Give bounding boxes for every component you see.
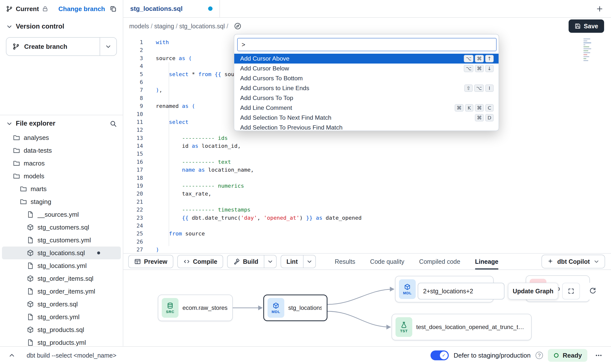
preview-button[interactable]: Preview bbox=[128, 255, 173, 268]
command-label: Add Cursor Above bbox=[240, 55, 464, 62]
git-branch-icon bbox=[6, 5, 13, 12]
create-branch-button[interactable]: Create branch bbox=[6, 38, 100, 55]
more-options-button[interactable] bbox=[592, 349, 605, 362]
panel-tab-lineage[interactable]: Lineage bbox=[475, 254, 498, 269]
file-tree-item[interactable]: __sources.yml bbox=[2, 208, 121, 221]
code-line[interactable]: 19 ---------- numerics bbox=[123, 182, 611, 190]
node-badge: SRC bbox=[166, 310, 174, 314]
file-tree-item[interactable]: stg_products.sql bbox=[2, 323, 121, 336]
line-number: 17 bbox=[123, 166, 151, 174]
create-branch-label: Create branch bbox=[24, 43, 67, 50]
file-name: stg_orders.yml bbox=[37, 313, 80, 321]
lineage-search-input[interactable] bbox=[418, 283, 504, 299]
command-item[interactable]: Add Selection To Next Find Match⌘D bbox=[234, 113, 499, 123]
code-line[interactable]: 20 tax_rate, bbox=[123, 190, 611, 198]
panel-tab-code-quality[interactable]: Code quality bbox=[370, 254, 404, 269]
file-tree-item[interactable]: stg_orders.sql bbox=[2, 298, 121, 311]
command-item[interactable]: Add Cursors To Top bbox=[234, 93, 499, 103]
refresh-button[interactable] bbox=[584, 283, 602, 299]
code-line[interactable]: 15 bbox=[123, 150, 611, 158]
code-line[interactable]: 17 name as location_name, bbox=[123, 166, 611, 174]
line-content: id as location_id, bbox=[151, 142, 241, 150]
build-button[interactable]: Build bbox=[227, 255, 264, 268]
fullscreen-button[interactable] bbox=[562, 283, 580, 299]
expand-console-button[interactable] bbox=[6, 349, 18, 361]
command-palette-input[interactable] bbox=[237, 38, 497, 51]
code-line[interactable]: 24 bbox=[123, 222, 611, 230]
file-tree-item[interactable]: stg_order_items.sql bbox=[2, 272, 121, 285]
file-explorer-header[interactable]: File explorer bbox=[0, 115, 123, 130]
file-tree-item[interactable]: stg_orders.yml bbox=[2, 311, 121, 323]
code-line[interactable]: 13 ---------- ids bbox=[123, 134, 611, 142]
compass-icon[interactable] bbox=[234, 22, 241, 30]
current-branch[interactable]: Current bbox=[6, 5, 48, 13]
code-line[interactable]: 16 ---------- text bbox=[123, 158, 611, 166]
command-item[interactable]: Add Cursor Above⌥⌘↑ bbox=[234, 54, 499, 64]
update-graph-button[interactable]: Update Graph bbox=[508, 283, 558, 299]
line-content bbox=[151, 174, 156, 182]
code-line[interactable]: 18 bbox=[123, 174, 611, 182]
code-line[interactable]: 21 bbox=[123, 198, 611, 206]
code-line[interactable]: 25 from source bbox=[123, 230, 611, 238]
code-line[interactable]: 23 {{ dbt.date_trunc('day', 'opened_at')… bbox=[123, 214, 611, 222]
file-tree-item[interactable]: marts bbox=[2, 182, 121, 195]
line-number: 4 bbox=[123, 62, 151, 70]
new-tab-button[interactable] bbox=[594, 3, 605, 14]
command-label: Add Cursors to Line Ends bbox=[240, 85, 464, 92]
file-tree-item[interactable]: analyses bbox=[2, 131, 121, 144]
panel-tab-compiled-code[interactable]: Compiled code bbox=[419, 254, 460, 269]
lint-dropdown[interactable] bbox=[303, 255, 316, 268]
command-item[interactable]: Add Cursors To Bottom bbox=[234, 73, 499, 83]
lineage-canvas[interactable]: Update Graph SRCecom.raw_storesMDLstg_lo… bbox=[123, 270, 611, 346]
version-control-header[interactable]: Version control bbox=[6, 23, 117, 30]
change-branch-link[interactable]: Change branch bbox=[58, 5, 105, 13]
help-icon[interactable]: ? bbox=[536, 352, 543, 359]
command-item[interactable]: Add Cursor Below⌥⌘↓ bbox=[234, 64, 499, 73]
defer-toggle[interactable]: ✓ bbox=[431, 350, 449, 360]
compile-button[interactable]: Compile bbox=[177, 255, 223, 268]
lineage-node[interactable]: TSTtest_does_location_opened_at_trunc_t… bbox=[392, 314, 532, 340]
file-tree-item[interactable]: stg_customers.sql bbox=[2, 221, 121, 234]
file-tree-item[interactable]: models bbox=[2, 170, 121, 182]
command-item[interactable]: Add Selection To Previous Find Match bbox=[234, 123, 499, 131]
build-dropdown[interactable] bbox=[264, 255, 277, 268]
ready-status-badge[interactable]: Ready bbox=[548, 349, 587, 362]
lineage-node[interactable]: SRCecom.raw_stores bbox=[158, 295, 233, 321]
dbt-copilot-button[interactable]: dbt Copilot bbox=[541, 255, 605, 268]
breadcrumb-models[interactable]: models bbox=[129, 23, 154, 30]
panel-tab-results[interactable]: Results bbox=[335, 254, 355, 269]
create-branch-dropdown[interactable] bbox=[100, 38, 116, 55]
file-tree-item[interactable]: data-tests bbox=[2, 144, 121, 157]
line-number: 21 bbox=[123, 198, 151, 206]
code-line[interactable]: 27) bbox=[123, 246, 611, 253]
command-label: Add Selection To Next Find Match bbox=[240, 114, 475, 121]
search-icon[interactable] bbox=[109, 120, 117, 127]
code-line[interactable]: 14 id as location_id, bbox=[123, 142, 611, 150]
code-line[interactable]: 26 bbox=[123, 238, 611, 246]
breadcrumb-staging[interactable]: staging bbox=[154, 23, 179, 30]
file-icon bbox=[27, 211, 34, 218]
cube-icon bbox=[404, 283, 411, 290]
file-tree-item[interactable]: stg_customers.yml bbox=[2, 234, 121, 247]
file-tree-item[interactable]: macros bbox=[2, 157, 121, 170]
file-tree-item[interactable]: staging bbox=[2, 195, 121, 208]
file-name: staging bbox=[31, 198, 51, 206]
tab-stg-locations[interactable]: stg_locations.sql bbox=[123, 0, 220, 17]
keycap: C bbox=[485, 104, 494, 112]
code-line[interactable]: 22 ---------- timestamps bbox=[123, 206, 611, 214]
node-type-tile: SRC bbox=[162, 298, 179, 318]
save-button[interactable]: Save bbox=[569, 19, 604, 33]
copy-icon[interactable] bbox=[109, 5, 117, 13]
command-item[interactable]: Add Line Comment⌘K⌘C bbox=[234, 103, 499, 113]
run-buttons: Preview Compile Build bbox=[128, 255, 316, 268]
lint-button[interactable]: Lint bbox=[281, 255, 303, 268]
file-tree-item[interactable]: stg_order_items.yml bbox=[2, 285, 121, 298]
minimap[interactable] bbox=[583, 38, 598, 61]
file-tree-item[interactable]: stg_locations.yml bbox=[2, 259, 121, 272]
file-tree-item[interactable]: stg_products.yml bbox=[2, 336, 121, 346]
file-tree-item[interactable]: stg_locations.sql bbox=[2, 247, 121, 259]
command-item[interactable]: Add Cursors to Line Ends⇧⌥I bbox=[234, 83, 499, 93]
unsaved-dot bbox=[208, 6, 213, 11]
lineage-node[interactable]: MDLstg_locations bbox=[263, 295, 327, 321]
expand-icon bbox=[568, 288, 575, 295]
